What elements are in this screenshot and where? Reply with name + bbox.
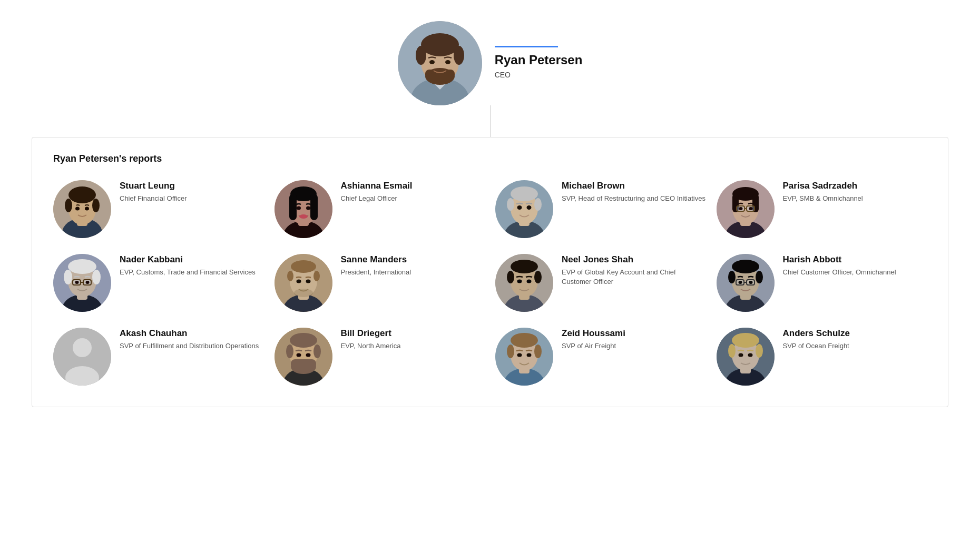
avatar-bill (275, 328, 332, 386)
svg-point-62 (75, 281, 79, 284)
svg-point-28 (297, 206, 301, 210)
svg-point-72 (306, 280, 310, 283)
svg-point-116 (517, 353, 522, 357)
svg-point-50 (739, 207, 742, 210)
person-info-michael: Michael Brown SVP, Head of Restructuring… (562, 180, 706, 203)
svg-point-37 (534, 198, 542, 211)
person-title-nader: EVP, Customs, Trade and Financial Servic… (120, 268, 264, 277)
avatar-anders (717, 328, 775, 386)
person-info-parisa: Parisa Sadrzadeh EVP, SMB & Omnichannel (783, 180, 927, 203)
person-title-harish: Chief Customer Officer, Omnichannel (783, 268, 927, 277)
reports-grid: Stuart Leung Chief Financial Officer (53, 180, 927, 386)
svg-point-87 (732, 260, 759, 273)
svg-point-88 (728, 271, 736, 283)
svg-point-104 (313, 345, 321, 358)
person-name-michael: Michael Brown (562, 180, 706, 192)
avatar-stuart (53, 180, 111, 238)
avatar-zeid (495, 328, 553, 386)
svg-point-93 (738, 281, 742, 284)
svg-point-63 (86, 281, 90, 284)
person-name-akash: Akash Chauhan (120, 328, 264, 339)
svg-rect-9 (425, 70, 455, 79)
person-title-stuart: Chief Financial Officer (120, 194, 264, 203)
svg-point-7 (454, 46, 464, 65)
svg-point-39 (527, 205, 532, 210)
svg-point-11 (445, 60, 450, 64)
connector-vertical (32, 105, 948, 137)
person-info-sanne: Sanne Manders President, International (341, 254, 485, 277)
person-card-bill[interactable]: Bill Driegert EVP, North America (275, 328, 485, 386)
person-name-anders: Anders Schulze (783, 328, 927, 339)
person-card-neel[interactable]: Neel Jones Shah EVP of Global Key Accoun… (495, 254, 706, 312)
svg-point-35 (511, 186, 538, 201)
person-info-stuart: Stuart Leung Chief Financial Officer (120, 180, 264, 203)
person-card-michael[interactable]: Michael Brown SVP, Head of Restructuring… (495, 180, 706, 238)
reports-section: Ryan Petersen's reports (32, 137, 948, 407)
ceo-card[interactable]: Ryan Petersen CEO (398, 21, 583, 105)
svg-point-56 (68, 259, 96, 274)
person-card-parisa[interactable]: Parisa Sadrzadeh EVP, SMB & Omnichannel (717, 180, 927, 238)
person-name-harish: Harish Abbott (783, 254, 927, 265)
reports-title: Ryan Petersen's reports (53, 153, 927, 164)
person-title-parisa: EVP, SMB & Omnichannel (783, 194, 927, 203)
avatar-michael (495, 180, 553, 238)
person-name-bill: Bill Driegert (341, 328, 485, 339)
avatar-nader (53, 254, 111, 312)
connector-line (490, 105, 491, 137)
person-title-bill: EVP, North America (341, 341, 485, 351)
person-info-bill: Bill Driegert EVP, North America (341, 328, 485, 351)
org-chart: Ryan Petersen CEO Ryan Petersen's report… (0, 0, 980, 439)
avatar-neel (495, 254, 553, 312)
svg-point-89 (756, 271, 763, 283)
svg-point-102 (290, 333, 317, 348)
svg-point-94 (749, 281, 752, 284)
person-info-ashianna: Ashianna Esmail Chief Legal Officer (341, 180, 485, 203)
person-card-zeid[interactable]: Zeid Houssami SVP of Air Freight (495, 328, 706, 386)
person-card-sanne[interactable]: Sanne Manders President, International (275, 254, 485, 312)
person-name-zeid: Zeid Houssami (562, 328, 706, 339)
person-info-zeid: Zeid Houssami SVP of Air Freight (562, 328, 706, 351)
avatar-ashianna (275, 180, 332, 238)
svg-point-18 (92, 199, 100, 212)
ceo-info: Ryan Petersen CEO (495, 46, 583, 80)
svg-point-108 (306, 353, 310, 357)
svg-point-29 (306, 206, 310, 210)
person-title-akash: SVP of Fulfillment and Distribution Oper… (120, 341, 264, 351)
svg-point-79 (507, 271, 514, 283)
svg-point-10 (429, 60, 435, 64)
person-card-ashianna[interactable]: Ashianna Esmail Chief Legal Officer (275, 180, 485, 238)
svg-point-126 (748, 353, 752, 357)
person-card-anders[interactable]: Anders Schulze SVP of Ocean Freight (717, 328, 927, 386)
svg-point-73 (294, 289, 313, 297)
avatar-harish (717, 254, 775, 312)
person-card-nader[interactable]: Nader Kabbani EVP, Customs, Trade and Fi… (53, 254, 264, 312)
svg-point-114 (507, 345, 514, 358)
svg-point-16 (68, 186, 96, 203)
ceo-section: Ryan Petersen CEO (32, 21, 948, 105)
person-title-sanne: President, International (341, 268, 485, 277)
avatar-akash (53, 328, 111, 386)
svg-point-78 (511, 260, 538, 273)
person-title-michael: SVP, Head of Restructuring and CEO Initi… (562, 194, 706, 203)
person-title-anders: SVP of Ocean Freight (783, 341, 927, 351)
person-card-akash[interactable]: Akash Chauhan SVP of Fulfillment and Dis… (53, 328, 264, 386)
person-name-ashianna: Ashianna Esmail (341, 180, 485, 192)
svg-point-36 (507, 198, 514, 211)
svg-point-81 (517, 280, 522, 283)
svg-point-103 (286, 345, 293, 358)
svg-point-58 (92, 270, 101, 284)
svg-point-30 (299, 214, 308, 219)
person-title-ashianna: Chief Legal Officer (341, 194, 485, 203)
person-name-sanne: Sanne Manders (341, 254, 485, 265)
person-title-zeid: SVP of Air Freight (562, 341, 706, 351)
svg-point-96 (73, 338, 92, 357)
svg-rect-106 (291, 359, 316, 369)
svg-point-5 (421, 33, 459, 56)
person-card-harish[interactable]: Harish Abbott Chief Customer Officer, Om… (717, 254, 927, 312)
svg-point-124 (756, 344, 763, 358)
svg-point-122 (732, 333, 759, 348)
svg-point-69 (287, 271, 293, 281)
person-card-stuart[interactable]: Stuart Leung Chief Financial Officer (53, 180, 264, 238)
person-name-parisa: Parisa Sadrzadeh (783, 180, 927, 192)
person-name-stuart: Stuart Leung (120, 180, 264, 192)
